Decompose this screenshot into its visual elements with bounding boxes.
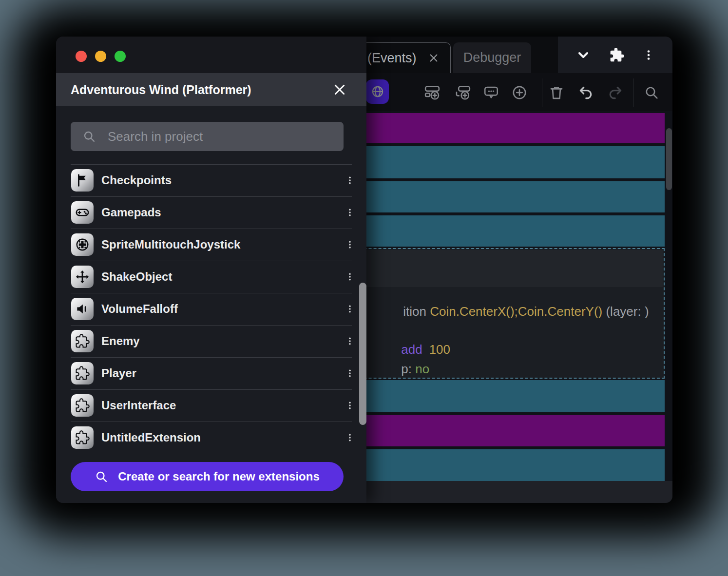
code-value: no	[415, 362, 429, 376]
search-icon	[82, 130, 96, 143]
list-item-gamepads[interactable]: Gamepads	[56, 196, 366, 229]
list-item-label: UserInterface	[101, 399, 339, 412]
kebab-menu-icon[interactable]	[339, 363, 361, 384]
kebab-menu-icon[interactable]	[339, 234, 361, 255]
kebab-menu-icon[interactable]	[339, 170, 361, 191]
list-item-shakeobject[interactable]: ShakeObject	[56, 261, 366, 293]
list-item-label: Checkpoints	[101, 173, 339, 187]
list-item-label: VolumeFalloff	[101, 302, 339, 316]
code-text: p:	[401, 362, 415, 376]
search-events-button[interactable]	[641, 82, 662, 103]
list-item-untitledextension[interactable]: UntitledExtension	[56, 422, 366, 454]
create-extension-button[interactable]: Create or search for new extensions	[71, 462, 344, 491]
kebab-menu-icon[interactable]	[339, 202, 361, 223]
trash-icon	[548, 84, 565, 101]
puzzle-icon	[71, 330, 94, 352]
plus-circle-icon	[511, 84, 528, 101]
undo-button[interactable]	[575, 82, 596, 103]
globe-button[interactable]	[366, 79, 389, 104]
code-value: 100	[429, 342, 450, 357]
list-item-volumefalloff[interactable]: VolumeFalloff	[56, 293, 366, 325]
titlebar	[56, 37, 366, 73]
kebab-menu-icon[interactable]	[339, 298, 361, 320]
drawer-scrollbar[interactable]	[359, 283, 366, 425]
extensions-list: Checkpoints Gamepads SpriteMultitouchJoy…	[56, 164, 366, 454]
list-item-spritemultitouchjoystick[interactable]: SpriteMultitouchJoystick	[56, 229, 366, 261]
add-other-event-button[interactable]	[509, 82, 530, 103]
project-search[interactable]	[71, 122, 344, 151]
window-menu-area	[558, 37, 672, 73]
puzzle-icon	[71, 426, 94, 449]
list-item-label: Player	[101, 366, 339, 380]
move-arrows-icon	[71, 266, 94, 288]
joystick-icon	[71, 233, 94, 256]
code-expression: Coin.CenterY()	[518, 304, 602, 319]
tab-debugger[interactable]: Debugger	[453, 42, 531, 73]
add-subevent-icon	[455, 84, 471, 101]
list-item-checkpoints[interactable]: Checkpoints	[56, 164, 366, 196]
close-icon	[332, 82, 347, 97]
toolbar-divider	[542, 78, 542, 107]
gdevelop-window: (Events) Debugger	[56, 37, 672, 503]
close-traffic-light[interactable]	[76, 51, 87, 62]
undo-icon	[577, 84, 594, 101]
close-drawer-button[interactable]	[332, 82, 347, 97]
speaker-icon	[71, 298, 94, 320]
search-icon	[95, 470, 108, 483]
globe-icon	[371, 85, 384, 98]
desktop: (Events) Debugger	[0, 0, 728, 576]
extensions-puzzle-icon[interactable]	[609, 47, 625, 63]
redo-button[interactable]	[605, 82, 626, 103]
tab-close-icon[interactable]	[428, 53, 439, 63]
search-icon	[644, 85, 659, 100]
add-event-button[interactable]	[421, 82, 443, 103]
search-input[interactable]	[107, 129, 334, 145]
project-title: Adventurous Wind (Platformer)	[71, 83, 251, 97]
kebab-menu-icon[interactable]	[642, 49, 655, 61]
toolbar-divider	[633, 78, 633, 107]
drawer-header: Adventurous Wind (Platformer)	[56, 73, 366, 106]
add-event-icon	[424, 84, 441, 101]
maximize-traffic-light[interactable]	[115, 51, 126, 62]
kebab-menu-icon[interactable]	[339, 395, 361, 416]
list-item-label: Gamepads	[101, 206, 339, 219]
kebab-menu-icon[interactable]	[339, 427, 361, 448]
kebab-menu-icon[interactable]	[339, 330, 361, 352]
redo-icon	[607, 84, 624, 101]
comment-icon	[483, 84, 499, 101]
code-text: (layer: )	[602, 304, 649, 319]
flag-icon	[71, 169, 94, 192]
code-text: ition	[403, 304, 430, 319]
add-comment-button[interactable]	[480, 82, 502, 103]
chevron-down-icon[interactable]	[575, 47, 591, 63]
list-item-label: ShakeObject	[101, 270, 339, 284]
tab-debugger-label: Debugger	[463, 50, 521, 65]
kebab-menu-icon[interactable]	[339, 266, 361, 288]
events-scrollbar[interactable]	[666, 128, 672, 190]
create-extension-label: Create or search for new extensions	[118, 470, 319, 483]
code-separator: ;	[515, 304, 518, 319]
list-item-player[interactable]: Player	[56, 357, 366, 389]
gamepad-icon	[71, 201, 94, 224]
list-item-label: SpriteMultitouchJoystick	[101, 238, 339, 251]
code-expression: Coin.CenterX()	[430, 304, 514, 319]
puzzle-icon	[71, 362, 94, 384]
project-manager-drawer: Adventurous Wind (Platformer) Checkpoint…	[56, 37, 366, 503]
list-item-label: UntitledExtension	[101, 431, 339, 444]
add-subevent-button[interactable]	[452, 82, 474, 103]
list-item-userinterface[interactable]: UserInterface	[56, 389, 366, 422]
minimize-traffic-light[interactable]	[95, 51, 106, 62]
list-item-label: Enemy	[101, 334, 339, 348]
list-item-enemy[interactable]: Enemy	[56, 325, 366, 357]
delete-button[interactable]	[546, 82, 567, 103]
puzzle-icon	[71, 394, 94, 417]
tab-events-label: (Events)	[367, 51, 417, 66]
